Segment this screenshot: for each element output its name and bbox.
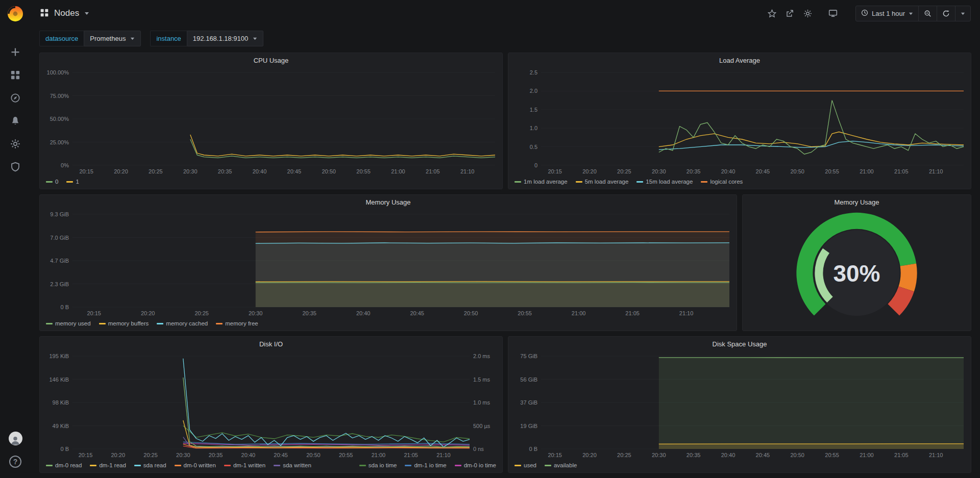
svg-text:20:45: 20:45 [756, 452, 770, 458]
legend-series-label: dm-0 written [184, 462, 216, 468]
svg-text:20:30: 20:30 [652, 452, 666, 458]
svg-text:20:20: 20:20 [582, 168, 597, 174]
svg-text:0 B: 0 B [529, 446, 537, 452]
svg-text:20:40: 20:40 [721, 452, 736, 458]
legend-item[interactable]: dm-1 written [224, 462, 265, 468]
svg-text:20:50: 20:50 [790, 168, 804, 174]
legend-item[interactable]: dm-1 io time [405, 462, 446, 468]
legend-series-color [216, 323, 223, 324]
sidebar-bottom: ? [4, 429, 27, 471]
panel-title[interactable]: CPU Usage [40, 53, 502, 67]
legend-item[interactable]: sda io time [359, 462, 397, 468]
legend-item[interactable]: available [545, 462, 577, 468]
svg-text:20:30: 20:30 [183, 168, 198, 174]
legend-item[interactable]: memory used [46, 320, 91, 326]
legend-item[interactable]: 5m load average [576, 179, 629, 185]
legend-item[interactable]: sda read [134, 462, 166, 468]
svg-text:1.0: 1.0 [530, 125, 537, 131]
dashboards-icon[interactable] [4, 66, 27, 84]
explore-compass-icon[interactable] [4, 89, 27, 107]
help-icon[interactable]: ? [4, 452, 27, 471]
legend-item[interactable]: dm-0 read [46, 462, 82, 468]
configuration-gear-icon[interactable] [4, 135, 27, 153]
svg-text:0%: 0% [61, 162, 69, 168]
svg-text:20:15: 20:15 [79, 168, 93, 174]
svg-text:500 µs: 500 µs [473, 423, 491, 429]
variable-instance: instance 192.168.1.18:9100 [150, 31, 263, 46]
svg-text:0.5: 0.5 [530, 144, 537, 150]
user-avatar[interactable] [4, 429, 27, 447]
legend-item[interactable]: dm-0 written [175, 462, 216, 468]
svg-text:20:45: 20:45 [756, 168, 770, 174]
variable-datasource-dropdown[interactable]: Prometheus [84, 31, 141, 46]
disk-space-usage-chart[interactable]: 0 B19 GiB37 GiB56 GiB75 GiB20:1520:2020:… [508, 351, 971, 461]
panel-disk-io: Disk I/O 0 B49 KiB98 KiB146 KiB195 KiB0 … [39, 336, 503, 473]
refresh-button[interactable] [937, 6, 955, 21]
panel-title[interactable]: Memory Usage [743, 195, 971, 209]
create-icon[interactable] [4, 43, 27, 61]
svg-text:20:30: 20:30 [176, 452, 190, 458]
dashboard-settings-button[interactable] [800, 6, 816, 21]
svg-text:20:55: 20:55 [356, 168, 371, 174]
panel-title[interactable]: Disk Space Usage [508, 337, 971, 351]
share-button[interactable] [782, 6, 798, 21]
legend-item[interactable]: memory cached [157, 320, 208, 326]
grafana-logo[interactable] [6, 4, 25, 23]
svg-text:195 KiB: 195 KiB [49, 353, 69, 359]
legend-item[interactable]: 1m load average [514, 179, 568, 185]
legend-series-color [405, 465, 411, 466]
legend-group: 01 [46, 179, 79, 185]
memory-usage-chart[interactable]: 0 B2.3 GiB4.7 GiB7.0 GiB9.3 GiB20:1520:2… [40, 209, 737, 319]
svg-text:20:40: 20:40 [356, 310, 371, 316]
svg-text:20:40: 20:40 [253, 168, 267, 174]
refresh-interval-dropdown[interactable] [955, 6, 970, 21]
panel-title[interactable]: Load Average [508, 53, 971, 67]
disk-io-chart[interactable]: 0 B49 KiB98 KiB146 KiB195 KiB0 ns500 µs1… [40, 351, 502, 461]
chevron-down-icon [84, 10, 89, 17]
legend-series-label: dm-0 io time [464, 462, 496, 468]
legend-item[interactable]: sda written [274, 462, 311, 468]
svg-text:20:55: 20:55 [825, 452, 839, 458]
panel-title[interactable]: Disk I/O [40, 337, 502, 351]
legend-item[interactable]: dm-0 io time [455, 462, 496, 468]
cycle-view-monitor-icon[interactable] [825, 6, 841, 21]
svg-text:49 KiB: 49 KiB [53, 423, 69, 429]
cpu-usage-chart[interactable]: 0%25.00%50.00%75.00%100.00%20:1520:2020:… [40, 67, 502, 178]
refresh-icon [942, 10, 950, 17]
legend-item[interactable]: 0 [46, 179, 58, 185]
memory-usage-gauge[interactable]: 30% [743, 209, 971, 331]
star-button[interactable] [765, 6, 780, 21]
load-average-chart[interactable]: 00.51.01.52.02.520:1520:2020:2520:3020:3… [508, 67, 971, 178]
question-mark-icon: ? [9, 456, 21, 468]
legend-item[interactable]: memory free [216, 320, 258, 326]
legend-series-label: 5m load average [585, 179, 629, 185]
legend-item[interactable]: 15m load average [636, 179, 693, 185]
legend-item[interactable]: 1 [66, 179, 79, 185]
panel-load-average: Load Average 00.51.01.52.02.520:1520:202… [508, 53, 971, 189]
legend-item[interactable]: memory buffers [99, 320, 149, 326]
legend-series-color [46, 181, 53, 183]
legend-item[interactable]: used [514, 462, 536, 468]
dashboard-title-button[interactable]: Nodes [40, 8, 89, 19]
alerting-bell-icon[interactable] [4, 112, 27, 130]
legend-item[interactable]: logical cores [701, 179, 743, 185]
svg-text:37 GiB: 37 GiB [520, 399, 537, 406]
variable-instance-dropdown[interactable]: 192.168.1.18:9100 [187, 31, 263, 46]
legend-series-label: dm-0 read [55, 462, 82, 468]
svg-text:20:55: 20:55 [518, 310, 532, 316]
panel-title[interactable]: Memory Usage [40, 195, 737, 209]
legend-series-color [576, 181, 582, 183]
svg-text:20:40: 20:40 [721, 168, 736, 174]
legend-item[interactable]: dm-1 read [90, 462, 126, 468]
navbar-actions: Last 1 hour [765, 6, 971, 21]
svg-text:2.0: 2.0 [530, 88, 537, 94]
panel-row-2: Memory Usage 0 B2.3 GiB4.7 GiB7.0 GiB9.3… [39, 194, 971, 331]
time-range-picker[interactable]: Last 1 hour [856, 6, 918, 21]
svg-text:25.00%: 25.00% [50, 139, 69, 145]
server-admin-shield-icon[interactable] [4, 158, 27, 176]
svg-text:75 GiB: 75 GiB [520, 353, 537, 359]
legend-series-color [46, 465, 53, 466]
legend-series-label: dm-1 written [233, 462, 265, 468]
panel-disk-space-usage: Disk Space Usage 0 B19 GiB37 GiB56 GiB75… [508, 336, 971, 473]
zoom-out-button[interactable] [918, 6, 937, 21]
